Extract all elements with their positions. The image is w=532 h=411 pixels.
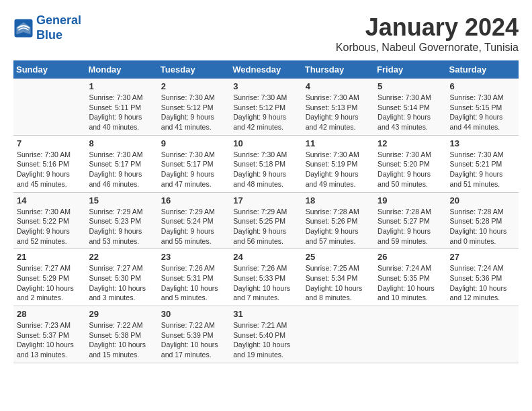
calendar-cell: 25Sunrise: 7:25 AM Sunset: 5:34 PM Dayli… <box>302 249 374 306</box>
day-number: 14 <box>17 195 82 205</box>
calendar-cell: 12Sunrise: 7:30 AM Sunset: 5:20 PM Dayli… <box>374 135 446 192</box>
day-number: 21 <box>17 252 82 262</box>
day-number: 2 <box>161 81 226 91</box>
day-info: Sunrise: 7:30 AM Sunset: 5:19 PM Dayligh… <box>306 150 371 189</box>
day-number: 13 <box>450 138 515 148</box>
day-info: Sunrise: 7:23 AM Sunset: 5:37 PM Dayligh… <box>17 320 82 360</box>
calendar-cell: 9Sunrise: 7:30 AM Sunset: 5:17 PM Daylig… <box>158 135 230 192</box>
calendar-cell: 20Sunrise: 7:28 AM Sunset: 5:28 PM Dayli… <box>447 192 519 249</box>
day-number: 6 <box>450 81 515 91</box>
day-number: 22 <box>89 252 154 262</box>
day-info: Sunrise: 7:30 AM Sunset: 5:17 PM Dayligh… <box>89 150 154 189</box>
calendar-cell: 15Sunrise: 7:29 AM Sunset: 5:23 PM Dayli… <box>85 192 157 249</box>
day-number: 9 <box>161 138 226 148</box>
title-block: January 2024 Korbous, Nabeul Governorate… <box>336 13 519 54</box>
logo-text: General Blue <box>36 13 81 42</box>
day-number: 30 <box>161 309 226 319</box>
day-number: 25 <box>306 252 371 262</box>
day-info: Sunrise: 7:30 AM Sunset: 5:21 PM Dayligh… <box>450 150 515 189</box>
day-info: Sunrise: 7:27 AM Sunset: 5:30 PM Dayligh… <box>89 263 154 303</box>
calendar-cell: 2Sunrise: 7:30 AM Sunset: 5:12 PM Daylig… <box>158 79 230 135</box>
calendar-cell: 17Sunrise: 7:29 AM Sunset: 5:25 PM Dayli… <box>230 192 302 249</box>
calendar-cell <box>302 306 374 363</box>
calendar-cell: 19Sunrise: 7:28 AM Sunset: 5:27 PM Dayli… <box>374 192 446 249</box>
calendar-week-row: 21Sunrise: 7:27 AM Sunset: 5:29 PM Dayli… <box>13 249 519 306</box>
calendar-header-row: SundayMondayTuesdayWednesdayThursdayFrid… <box>13 60 519 79</box>
day-number: 1 <box>89 81 154 91</box>
calendar-cell: 13Sunrise: 7:30 AM Sunset: 5:21 PM Dayli… <box>447 135 519 192</box>
calendar-cell: 22Sunrise: 7:27 AM Sunset: 5:30 PM Dayli… <box>85 249 157 306</box>
page-header: General Blue January 2024 Korbous, Nabeu… <box>13 13 519 54</box>
day-number: 5 <box>378 81 443 91</box>
day-number: 27 <box>450 252 515 262</box>
day-info: Sunrise: 7:30 AM Sunset: 5:16 PM Dayligh… <box>17 150 82 189</box>
day-info: Sunrise: 7:28 AM Sunset: 5:26 PM Dayligh… <box>306 207 371 246</box>
calendar-cell: 7Sunrise: 7:30 AM Sunset: 5:16 PM Daylig… <box>13 135 85 192</box>
calendar-week-row: 28Sunrise: 7:23 AM Sunset: 5:37 PM Dayli… <box>13 306 519 363</box>
day-info: Sunrise: 7:24 AM Sunset: 5:36 PM Dayligh… <box>450 263 515 303</box>
day-number: 20 <box>450 195 515 205</box>
day-info: Sunrise: 7:30 AM Sunset: 5:11 PM Dayligh… <box>89 93 154 132</box>
day-number: 18 <box>306 195 371 205</box>
day-number: 26 <box>378 252 443 262</box>
day-number: 3 <box>233 81 298 91</box>
calendar-cell: 3Sunrise: 7:30 AM Sunset: 5:12 PM Daylig… <box>230 79 302 135</box>
day-header-thursday: Thursday <box>302 60 374 79</box>
day-header-saturday: Saturday <box>447 60 519 79</box>
calendar-cell: 14Sunrise: 7:30 AM Sunset: 5:22 PM Dayli… <box>13 192 85 249</box>
calendar-cell: 8Sunrise: 7:30 AM Sunset: 5:17 PM Daylig… <box>85 135 157 192</box>
month-title: January 2024 <box>336 13 519 42</box>
calendar-week-row: 7Sunrise: 7:30 AM Sunset: 5:16 PM Daylig… <box>13 135 519 192</box>
day-info: Sunrise: 7:25 AM Sunset: 5:34 PM Dayligh… <box>306 263 371 303</box>
day-number: 17 <box>233 195 298 205</box>
day-number: 24 <box>233 252 298 262</box>
day-info: Sunrise: 7:22 AM Sunset: 5:38 PM Dayligh… <box>89 320 154 360</box>
day-info: Sunrise: 7:30 AM Sunset: 5:12 PM Dayligh… <box>233 93 298 132</box>
calendar-cell: 24Sunrise: 7:26 AM Sunset: 5:33 PM Dayli… <box>230 249 302 306</box>
calendar-cell: 26Sunrise: 7:24 AM Sunset: 5:35 PM Dayli… <box>374 249 446 306</box>
day-info: Sunrise: 7:29 AM Sunset: 5:23 PM Dayligh… <box>89 207 154 246</box>
day-number: 15 <box>89 195 154 205</box>
day-number: 7 <box>17 138 82 148</box>
calendar-cell: 10Sunrise: 7:30 AM Sunset: 5:18 PM Dayli… <box>230 135 302 192</box>
calendar-cell: 11Sunrise: 7:30 AM Sunset: 5:19 PM Dayli… <box>302 135 374 192</box>
day-number: 16 <box>161 195 226 205</box>
day-number: 11 <box>306 138 371 148</box>
calendar-cell <box>13 79 85 135</box>
calendar-cell: 1Sunrise: 7:30 AM Sunset: 5:11 PM Daylig… <box>85 79 157 135</box>
day-header-tuesday: Tuesday <box>158 60 230 79</box>
day-info: Sunrise: 7:29 AM Sunset: 5:25 PM Dayligh… <box>233 207 298 246</box>
calendar-cell: 5Sunrise: 7:30 AM Sunset: 5:14 PM Daylig… <box>374 79 446 135</box>
day-number: 19 <box>378 195 443 205</box>
day-info: Sunrise: 7:30 AM Sunset: 5:14 PM Dayligh… <box>378 93 443 132</box>
calendar-cell: 30Sunrise: 7:22 AM Sunset: 5:39 PM Dayli… <box>158 306 230 363</box>
calendar-cell: 31Sunrise: 7:21 AM Sunset: 5:40 PM Dayli… <box>230 306 302 363</box>
day-number: 23 <box>161 252 226 262</box>
calendar-cell <box>447 306 519 363</box>
logo: General Blue <box>13 13 81 42</box>
day-number: 31 <box>233 309 298 319</box>
day-info: Sunrise: 7:30 AM Sunset: 5:22 PM Dayligh… <box>17 207 82 246</box>
calendar-cell: 29Sunrise: 7:22 AM Sunset: 5:38 PM Dayli… <box>85 306 157 363</box>
day-info: Sunrise: 7:30 AM Sunset: 5:17 PM Dayligh… <box>161 150 226 189</box>
logo-icon <box>13 18 34 38</box>
day-info: Sunrise: 7:30 AM Sunset: 5:20 PM Dayligh… <box>378 150 443 189</box>
calendar-cell <box>374 306 446 363</box>
calendar-table: SundayMondayTuesdayWednesdayThursdayFrid… <box>13 60 519 363</box>
day-number: 4 <box>306 81 371 91</box>
calendar-cell: 18Sunrise: 7:28 AM Sunset: 5:26 PM Dayli… <box>302 192 374 249</box>
day-info: Sunrise: 7:24 AM Sunset: 5:35 PM Dayligh… <box>378 263 443 303</box>
calendar-week-row: 1Sunrise: 7:30 AM Sunset: 5:11 PM Daylig… <box>13 79 519 135</box>
day-header-sunday: Sunday <box>13 60 85 79</box>
calendar-cell: 21Sunrise: 7:27 AM Sunset: 5:29 PM Dayli… <box>13 249 85 306</box>
calendar-cell: 28Sunrise: 7:23 AM Sunset: 5:37 PM Dayli… <box>13 306 85 363</box>
day-info: Sunrise: 7:30 AM Sunset: 5:13 PM Dayligh… <box>306 93 371 132</box>
day-info: Sunrise: 7:29 AM Sunset: 5:24 PM Dayligh… <box>161 207 226 246</box>
day-info: Sunrise: 7:26 AM Sunset: 5:31 PM Dayligh… <box>161 263 226 303</box>
day-number: 29 <box>89 309 154 319</box>
day-info: Sunrise: 7:28 AM Sunset: 5:28 PM Dayligh… <box>450 207 515 246</box>
day-info: Sunrise: 7:26 AM Sunset: 5:33 PM Dayligh… <box>233 263 298 303</box>
day-info: Sunrise: 7:27 AM Sunset: 5:29 PM Dayligh… <box>17 263 82 303</box>
calendar-cell: 16Sunrise: 7:29 AM Sunset: 5:24 PM Dayli… <box>158 192 230 249</box>
day-number: 10 <box>233 138 298 148</box>
